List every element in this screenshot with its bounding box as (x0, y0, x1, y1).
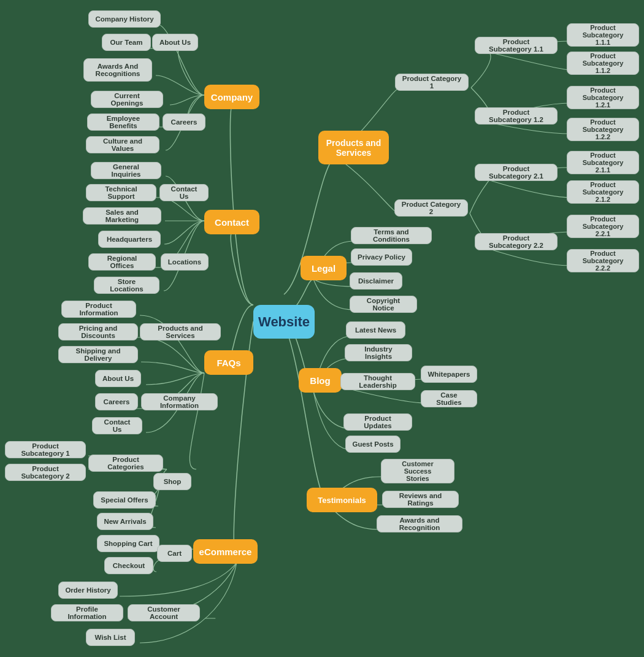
node-products-services-faq[interactable]: Products and Services (140, 323, 221, 340)
node-shopping-cart[interactable]: Shopping Cart (97, 535, 159, 552)
node-sub11[interactable]: Product Subcategory 1.1 (475, 37, 558, 54)
node-sub12[interactable]: Product Subcategory 1.2 (475, 107, 558, 125)
node-sub222[interactable]: Product Subcategory2.2.2 (567, 249, 639, 272)
node-wish-list[interactable]: Wish List (86, 629, 135, 646)
node-sub122[interactable]: Product Subcategory1.2.2 (567, 118, 639, 141)
node-headquarters[interactable]: Headquarters (98, 231, 161, 248)
category-ecommerce[interactable]: eCommerce (193, 539, 258, 564)
node-thought-leadership[interactable]: Thought Leadership (340, 373, 415, 390)
node-company-info[interactable]: Company Information (141, 393, 218, 410)
node-reviews-ratings[interactable]: Reviews and Ratings (382, 491, 459, 508)
node-product-cat1[interactable]: Product Category 1 (395, 74, 469, 91)
node-profile-info[interactable]: Profile Information (51, 604, 123, 621)
node-copyright[interactable]: Copyright Notice (350, 296, 417, 313)
node-store-locations[interactable]: Store Locations (94, 277, 159, 294)
category-products[interactable]: Products andServices (318, 131, 389, 164)
node-awards[interactable]: Awards AndRecognitions (83, 58, 152, 82)
node-order-history[interactable]: Order History (58, 582, 118, 599)
node-regional-offices[interactable]: Regional Offices (88, 253, 156, 271)
blog-label: Blog (310, 375, 330, 386)
node-sub21[interactable]: Product Subcategory 2.1 (475, 164, 558, 181)
node-checkout[interactable]: Checkout (104, 557, 153, 574)
center-label: Website (258, 314, 310, 330)
node-new-arrivals[interactable]: New Arrivals (97, 513, 153, 530)
category-company[interactable]: Company (204, 85, 259, 109)
center-node[interactable]: Website (253, 305, 315, 339)
node-sub212[interactable]: Product Subcategory2.1.2 (567, 180, 639, 204)
node-contact-us-contact[interactable]: Contact Us (159, 184, 209, 201)
node-company-history[interactable]: Company History (88, 10, 161, 28)
node-terms[interactable]: Terms and Conditions (351, 227, 432, 244)
node-current-openings[interactable]: Current Openings (91, 91, 163, 108)
node-guest-posts[interactable]: Guest Posts (345, 436, 401, 453)
node-careers-company[interactable]: Careers (163, 113, 205, 131)
node-whitepapers[interactable]: Whitepapers (421, 366, 477, 383)
node-about-us-faq[interactable]: About Us (95, 370, 141, 387)
company-label: Company (211, 92, 253, 102)
ecommerce-label: eCommerce (199, 547, 252, 557)
legal-label: Legal (312, 263, 335, 274)
node-customer-account[interactable]: Customer Account (128, 604, 200, 621)
node-customer-success[interactable]: Customer SuccessStories (381, 459, 454, 483)
node-culture-values[interactable]: Culture and Values (86, 136, 159, 153)
node-sub112[interactable]: Product Subcategory1.1.2 (567, 52, 639, 75)
category-faqs[interactable]: FAQs (204, 350, 253, 375)
node-sub22[interactable]: Product Subcategory 2.2 (475, 233, 558, 250)
node-employee-benefits[interactable]: Employee Benefits (87, 113, 159, 131)
node-latest-news[interactable]: Latest News (346, 321, 405, 339)
node-case-studies[interactable]: Case Studies (421, 390, 477, 407)
node-product-sub2[interactable]: Product Subcategory 2 (5, 464, 86, 481)
products-label: Products andServices (326, 138, 381, 158)
node-awards-recognition[interactable]: Awards and Recognition (377, 515, 462, 532)
node-cart[interactable]: Cart (157, 545, 192, 562)
node-shop[interactable]: Shop (153, 473, 191, 490)
category-contact[interactable]: Contact (204, 210, 259, 234)
node-general-inquiries[interactable]: General Inquiries (91, 162, 161, 179)
node-disclaimer[interactable]: Disclaimer (350, 272, 402, 290)
node-sub211[interactable]: Product Subcategory2.1.1 (567, 151, 639, 174)
node-sub111[interactable]: Product Subcategory1.1.1 (567, 23, 639, 47)
category-legal[interactable]: Legal (301, 256, 347, 280)
node-our-team[interactable]: Our Team (102, 34, 151, 51)
node-sub121[interactable]: Product Subcategory1.2.1 (567, 86, 639, 109)
node-special-offers[interactable]: Special Offers (93, 491, 156, 509)
node-shipping-delivery[interactable]: Shipping and Delivery (58, 346, 138, 363)
node-sub221[interactable]: Product Subcategory2.2.1 (567, 215, 639, 238)
category-testimonials[interactable]: Testimonials (307, 488, 377, 512)
contact-label: Contact (215, 217, 249, 228)
node-product-updates[interactable]: Product Updates (343, 413, 412, 431)
node-product-cat2[interactable]: Product Category 2 (394, 199, 468, 217)
node-product-sub1[interactable]: Product Subcategory 1 (5, 441, 86, 458)
testimonials-label: Testimonials (318, 496, 366, 505)
node-about-us-company[interactable]: About Us (152, 34, 198, 51)
node-product-categories[interactable]: Product Categories (88, 455, 163, 472)
node-pricing-discounts[interactable]: Pricing and Discounts (58, 323, 138, 340)
category-blog[interactable]: Blog (299, 368, 342, 393)
node-locations[interactable]: Locations (161, 253, 209, 271)
node-industry-insights[interactable]: Industry Insights (345, 344, 412, 361)
node-sales-marketing[interactable]: Sales and Marketing (83, 207, 161, 225)
faqs-label: FAQs (217, 358, 240, 368)
node-technical-support[interactable]: Technical Support (86, 184, 156, 201)
node-privacy[interactable]: Privacy Policy (351, 248, 412, 266)
node-careers-faq[interactable]: Careers (95, 393, 138, 410)
node-product-info[interactable]: Product Information (61, 301, 136, 318)
node-contact-us-faq[interactable]: Contact Us (92, 417, 142, 434)
